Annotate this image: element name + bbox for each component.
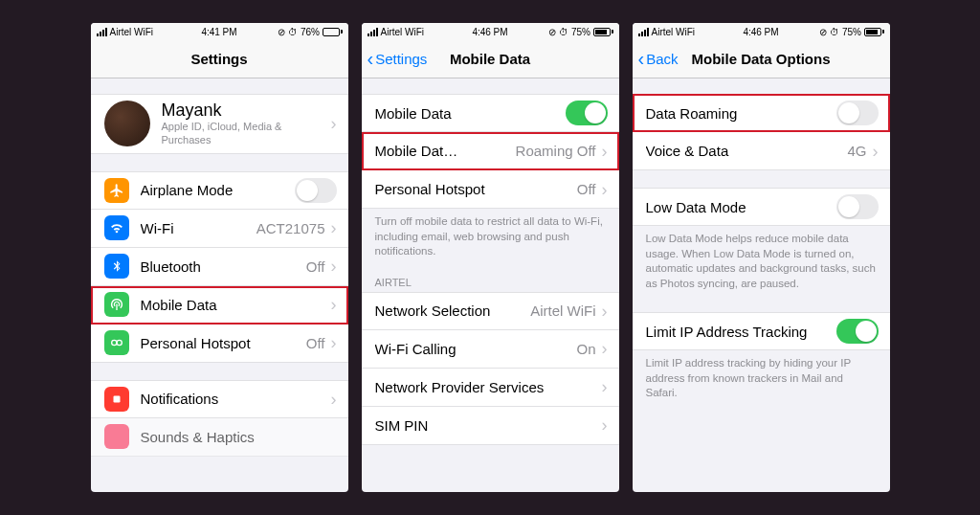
data-roaming-row[interactable]: Data Roaming xyxy=(633,94,890,132)
airplane-icon xyxy=(104,178,129,203)
back-button[interactable]: ‹ Back xyxy=(638,48,679,70)
hotspot-value: Off xyxy=(306,335,325,351)
carrier-label: Airtel WiFi xyxy=(381,27,425,37)
limit-ip-row[interactable]: Limit IP Address Tracking xyxy=(633,312,890,350)
chevron-right-icon: › xyxy=(602,143,608,160)
status-time: 4:46 PM xyxy=(472,27,507,37)
hotspot-value: Off xyxy=(577,181,596,197)
mobile-data-toggle-row[interactable]: Mobile Data xyxy=(362,94,619,132)
bluetooth-icon xyxy=(104,254,129,279)
alarm-icon: ⏱ xyxy=(830,27,839,37)
nav-bar: ‹ Back Mobile Data Options xyxy=(633,40,890,78)
profile-row[interactable]: Mayank Apple ID, iCloud, Media & Purchas… xyxy=(91,94,348,154)
chevron-right-icon: › xyxy=(602,302,608,320)
wifi-calling-row[interactable]: Wi-Fi Calling On › xyxy=(362,330,619,369)
wifi-row[interactable]: Wi-Fi ACT21075 › xyxy=(91,210,348,248)
airplane-toggle[interactable] xyxy=(295,178,337,203)
mobile-options-value: Roaming Off xyxy=(516,143,596,159)
page-title: Settings xyxy=(190,51,247,67)
chevron-right-icon: › xyxy=(602,378,608,395)
chevron-right-icon: › xyxy=(331,391,337,408)
signal-icon xyxy=(368,28,378,36)
network-selection-value: Airtel WiFi xyxy=(530,302,595,319)
mobile-data-screen: Airtel WiFi 4:46 PM ⊘ ⏱ 75% ‹ Settings M… xyxy=(362,23,619,492)
svg-rect-2 xyxy=(113,395,120,402)
network-provider-row[interactable]: Network Provider Services › xyxy=(362,369,619,407)
mobile-data-options-row[interactable]: Mobile Dat… Roaming Off › xyxy=(362,132,619,170)
network-selection-row[interactable]: Network Selection Airtel WiFi › xyxy=(362,292,619,330)
carrier-label: Airtel WiFi xyxy=(652,27,696,37)
mobile-data-row[interactable]: Mobile Data › xyxy=(91,286,348,325)
data-roaming-toggle[interactable] xyxy=(836,101,879,125)
alarm-icon: ⏱ xyxy=(559,27,568,37)
rotation-lock-icon: ⊘ xyxy=(278,27,285,37)
svg-point-1 xyxy=(117,340,122,345)
wifi-value: ACT21075 xyxy=(256,220,325,236)
nav-bar: Settings xyxy=(91,40,348,78)
chevron-right-icon: › xyxy=(331,258,337,275)
profile-subtitle: Apple ID, iCloud, Media & Purchases xyxy=(162,121,329,147)
alarm-icon: ⏱ xyxy=(288,27,298,37)
avatar xyxy=(104,101,150,146)
chevron-right-icon: › xyxy=(331,219,337,236)
voice-data-row[interactable]: Voice & Data 4G › xyxy=(633,132,890,170)
status-time: 4:46 PM xyxy=(743,27,778,37)
voice-data-value: 4G xyxy=(847,143,866,159)
chevron-right-icon: › xyxy=(331,334,337,351)
status-bar: Airtel WiFi 4:46 PM ⊘ ⏱ 75% xyxy=(633,23,890,40)
footer-note: Turn off mobile data to restrict all dat… xyxy=(362,209,619,263)
limit-ip-toggle[interactable] xyxy=(836,319,879,344)
signal-icon xyxy=(638,28,649,36)
battery-percent: 76% xyxy=(301,27,320,37)
mobile-data-options-screen: Airtel WiFi 4:46 PM ⊘ ⏱ 75% ‹ Back Mobil… xyxy=(633,23,890,492)
notifications-icon xyxy=(104,387,129,412)
bluetooth-row[interactable]: Bluetooth Off › xyxy=(91,248,348,286)
airplane-mode-row[interactable]: Airplane Mode xyxy=(91,171,348,210)
battery-icon xyxy=(323,28,343,36)
chevron-right-icon: › xyxy=(602,416,608,434)
battery-percent: 75% xyxy=(571,27,590,37)
profile-name: Mayank xyxy=(162,101,329,121)
low-data-toggle[interactable] xyxy=(836,194,879,219)
notifications-row[interactable]: Notifications › xyxy=(91,380,348,418)
signal-icon xyxy=(97,28,107,36)
low-data-mode-row[interactable]: Low Data Mode xyxy=(633,188,890,226)
svg-point-0 xyxy=(111,340,116,345)
battery-percent: 75% xyxy=(842,27,861,37)
status-bar: Airtel WiFi 4:41 PM ⊘ ⏱ 76% xyxy=(91,23,348,40)
battery-icon xyxy=(864,28,884,36)
wifi-icon xyxy=(104,215,129,240)
sounds-icon xyxy=(104,424,129,449)
rotation-lock-icon: ⊘ xyxy=(548,27,556,37)
chevron-right-icon: › xyxy=(873,143,879,160)
hotspot-row[interactable]: Personal Hotspot Off › xyxy=(91,325,348,363)
chevron-right-icon: › xyxy=(331,115,337,132)
chevron-right-icon: › xyxy=(602,181,608,198)
status-bar: Airtel WiFi 4:46 PM ⊘ ⏱ 75% xyxy=(362,23,619,40)
limit-ip-footer: Limit IP address tracking by hiding your… xyxy=(633,350,890,405)
sounds-row[interactable]: Sounds & Haptics xyxy=(91,418,348,457)
battery-icon xyxy=(593,28,613,36)
back-button[interactable]: ‹ Settings xyxy=(368,48,428,70)
hotspot-row[interactable]: Personal Hotspot Off › xyxy=(362,170,619,209)
carrier-label: Airtel WiFi xyxy=(110,27,154,37)
nav-bar: ‹ Settings Mobile Data xyxy=(362,40,619,78)
chevron-right-icon: › xyxy=(602,340,608,357)
antenna-icon xyxy=(104,292,129,317)
section-header: AIRTEL xyxy=(362,263,619,292)
rotation-lock-icon: ⊘ xyxy=(819,27,827,37)
low-data-footer: Low Data Mode helps reduce mobile data u… xyxy=(633,226,890,295)
page-title: Mobile Data Options xyxy=(691,51,830,67)
chevron-left-icon: ‹ xyxy=(368,48,374,70)
hotspot-icon xyxy=(104,330,129,355)
bluetooth-value: Off xyxy=(306,258,325,275)
page-title: Mobile Data xyxy=(450,51,530,67)
chevron-left-icon: ‹ xyxy=(638,48,645,70)
chevron-right-icon: › xyxy=(331,296,337,313)
sim-pin-row[interactable]: SIM PIN › xyxy=(362,407,619,445)
status-time: 4:41 PM xyxy=(201,27,236,37)
mobile-data-toggle[interactable] xyxy=(566,101,608,125)
wifi-calling-value: On xyxy=(576,341,595,357)
settings-screen: Airtel WiFi 4:41 PM ⊘ ⏱ 76% Settings May… xyxy=(91,23,348,492)
